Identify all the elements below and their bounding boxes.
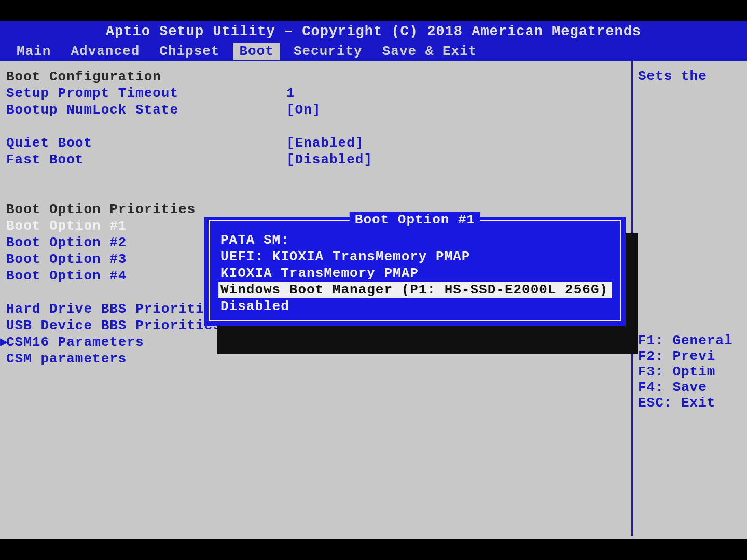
help-key-f4: F4: Save [638, 380, 742, 395]
tab-security[interactable]: Security [287, 43, 369, 60]
tab-main[interactable]: Main [10, 43, 57, 60]
bootup-numlock-state[interactable]: Bootup NumLock State [On] [6, 102, 625, 118]
popup-item-usb[interactable]: KIOXIA TransMemory PMAP [218, 265, 612, 282]
body: Boot Configuration Setup Prompt Timeout … [0, 60, 747, 536]
header: Aptio Setup Utility – Copyright (C) 2018… [0, 21, 747, 60]
fast-boot-value: [Disabled] [286, 151, 372, 168]
setup-prompt-timeout[interactable]: Setup Prompt Timeout 1 [6, 85, 625, 102]
header-title: Aptio Setup Utility – Copyright (C) 2018… [5, 23, 742, 43]
quiet-boot[interactable]: Quiet Boot [Enabled] [6, 135, 625, 151]
submenu-caret-icon: ▶ [0, 334, 9, 351]
help-text: Sets the [638, 68, 742, 84]
tab-save-exit[interactable]: Save & Exit [376, 43, 483, 60]
quiet-boot-label: Quiet Boot [6, 135, 286, 151]
setup-prompt-value: 1 [286, 85, 295, 102]
quiet-boot-value: [Enabled] [286, 135, 364, 151]
main-panel: Boot Configuration Setup Prompt Timeout … [0, 61, 633, 536]
numlock-value: [On] [286, 102, 321, 118]
setup-prompt-label: Setup Prompt Timeout [6, 85, 286, 102]
boot-option-popup: Boot Option #1 PATA SM: UEFI: KIOXIA Tra… [204, 217, 626, 326]
popup-frame: Boot Option #1 PATA SM: UEFI: KIOXIA Tra… [209, 220, 621, 321]
popup-item-uefi-usb[interactable]: UEFI: KIOXIA TransMemory PMAP [218, 248, 612, 265]
help-key-f1: F1: General [638, 333, 742, 348]
popup-title: Boot Option #1 [350, 212, 480, 228]
tab-advanced[interactable]: Advanced [64, 43, 146, 60]
bios-screen: Aptio Setup Utility – Copyright (C) 2018… [0, 21, 747, 539]
popup-item-disabled[interactable]: Disabled [218, 298, 612, 315]
tab-chipset[interactable]: Chipset [153, 43, 226, 60]
numlock-label: Bootup NumLock State [6, 102, 286, 118]
help-panel: Sets the F1: General F2: Previ F3: Optim… [633, 61, 747, 536]
help-key-esc: ESC: Exit [638, 395, 742, 411]
section-boot-priorities: Boot Option Priorities [6, 201, 286, 218]
tab-bar: Main Advanced Chipset Boot Security Save… [5, 43, 742, 60]
fast-boot[interactable]: Fast Boot [Disabled] [6, 151, 625, 168]
popup-item-windows[interactable]: Windows Boot Manager (P1: HS-SSD-E2000L … [218, 282, 612, 298]
help-key-f2: F2: Previ [638, 348, 742, 364]
popup-item-pata[interactable]: PATA SM: [218, 232, 612, 248]
help-key-f3: F3: Optim [638, 364, 742, 380]
fast-boot-label: Fast Boot [6, 151, 286, 168]
tab-boot[interactable]: Boot [233, 43, 280, 60]
section-boot-config: Boot Configuration [6, 68, 286, 85]
